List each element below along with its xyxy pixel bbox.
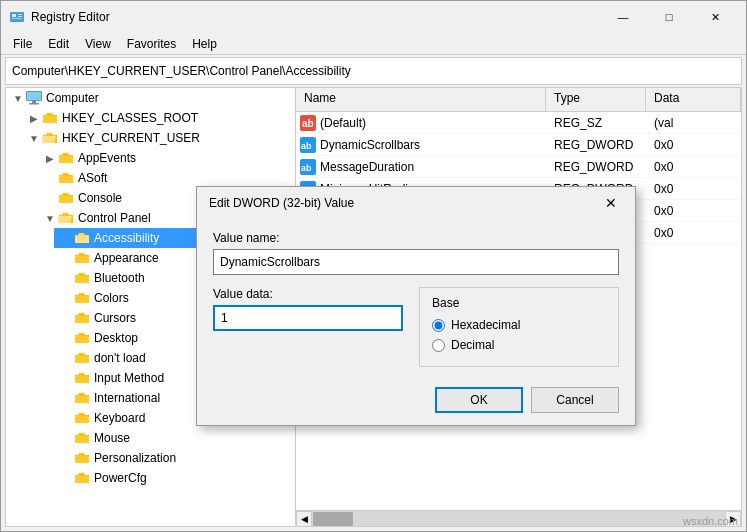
svg-text:ab: ab (302, 118, 314, 129)
folder-icon-bluetooth (74, 271, 90, 285)
tree-label-appearance: Appearance (94, 251, 159, 265)
tree-item-personalization[interactable]: Personalization (54, 448, 295, 468)
tree-label-asoft: ASoft (78, 171, 107, 185)
dialog-close-button[interactable]: ✕ (599, 191, 623, 215)
folder-icon-accessibility (74, 231, 90, 245)
expand-appevents[interactable]: ▶ (42, 153, 58, 164)
tree-label-accessibility: Accessibility (94, 231, 159, 245)
folder-icon-hkcr (42, 111, 58, 125)
tree-label-hkcr: HKEY_CLASSES_ROOT (62, 111, 198, 125)
tree-item-hkcu[interactable]: ▼ HKEY_CURRENT_USER (22, 128, 295, 148)
tree-label-dontload: don't load (94, 351, 146, 365)
value-name-label: Value name: (213, 231, 619, 245)
tree-item-hkcr[interactable]: ▶ HKEY_CLASSES_ROOT (22, 108, 295, 128)
svg-rect-8 (29, 103, 39, 105)
menu-view[interactable]: View (77, 35, 119, 53)
svg-text:ab: ab (301, 163, 312, 173)
tree-label-powercfg: PowerCfg (94, 471, 147, 485)
tree-item-powercfg[interactable]: PowerCfg (54, 468, 295, 488)
expand-hkcr[interactable]: ▶ (26, 113, 42, 124)
menu-edit[interactable]: Edit (40, 35, 77, 53)
folder-icon-console (58, 191, 74, 205)
type-dynamic: REG_DWORD (546, 136, 646, 154)
tree-item-mouse[interactable]: Mouse (54, 428, 295, 448)
reg-icon-sz-default: ab (300, 115, 316, 131)
col-data[interactable]: Data (646, 88, 741, 111)
scroll-track-h[interactable] (312, 511, 725, 526)
decimal-radio[interactable] (432, 339, 445, 352)
menu-favorites[interactable]: Favorites (119, 35, 184, 53)
minimize-button[interactable]: — (600, 1, 646, 33)
tree-label-appevents: AppEvents (78, 151, 136, 165)
dialog-data-row: Value data: Base Hexadecimal Decimal (213, 287, 619, 367)
type-msg: REG_DWORD (546, 158, 646, 176)
close-button[interactable]: ✕ (692, 1, 738, 33)
folder-icon-mouse (74, 431, 90, 445)
tree-label-mouse: Mouse (94, 431, 130, 445)
data-min: 0x0 (646, 180, 741, 198)
reg-icon-dword-dynamic: ab (300, 137, 316, 153)
svg-rect-2 (18, 14, 22, 15)
tree-label-hkcu: HKEY_CURRENT_USER (62, 131, 200, 145)
data-default: (val (646, 114, 741, 132)
address-text: Computer\HKEY_CURRENT_USER\Control Panel… (12, 64, 351, 78)
bottom-scrollbar[interactable]: ◀ ▶ (296, 510, 741, 526)
folder-icon-personalization (74, 451, 90, 465)
name-dynamicscrollbars: DynamicScrollbars (320, 138, 420, 152)
watermark: wsxdn.com (683, 515, 738, 527)
name-messageduration: MessageDuration (320, 160, 414, 174)
maximize-button[interactable]: □ (646, 1, 692, 33)
value-data-label: Value data: (213, 287, 403, 301)
scroll-thumb-h[interactable] (313, 512, 353, 526)
data-msg: 0x0 (646, 158, 741, 176)
list-row-messageduration[interactable]: ab MessageDuration REG_DWORD 0x0 (296, 156, 741, 178)
tree-item-computer[interactable]: ▼ Computer (6, 88, 295, 108)
edit-dword-dialog: Edit DWORD (32-bit) Value ✕ Value name: … (196, 186, 636, 426)
tree-label-console: Console (78, 191, 122, 205)
tree-item-asoft[interactable]: ASoft (38, 168, 295, 188)
title-bar-buttons: — □ ✕ (600, 1, 738, 33)
folder-icon-powercfg (74, 471, 90, 485)
list-row-default[interactable]: ab (Default) REG_SZ (val (296, 112, 741, 134)
name-default: (Default) (320, 116, 366, 130)
value-name-input[interactable] (213, 249, 619, 275)
decimal-label[interactable]: Decimal (451, 338, 494, 352)
folder-icon-keyboard (74, 411, 90, 425)
decimal-row: Decimal (432, 338, 606, 352)
col-type[interactable]: Type (546, 88, 646, 111)
address-bar[interactable]: Computer\HKEY_CURRENT_USER\Control Panel… (5, 57, 742, 85)
tree-item-appevents[interactable]: ▶ AppEvents (38, 148, 295, 168)
svg-rect-1 (12, 14, 16, 17)
base-label: Base (432, 296, 606, 310)
list-row-dynamicscrollbars[interactable]: ab DynamicScrollbars REG_DWORD 0x0 (296, 134, 741, 156)
svg-rect-7 (32, 101, 36, 103)
cell-name-default: ab (Default) (296, 113, 546, 133)
tree-label-computer: Computer (46, 91, 99, 105)
data-dynamic: 0x0 (646, 136, 741, 154)
value-data-input[interactable] (213, 305, 403, 331)
cell-name-dynamicscrollbars: ab DynamicScrollbars (296, 135, 546, 155)
cancel-button[interactable]: Cancel (531, 387, 619, 413)
expand-controlpanel[interactable]: ▼ (42, 213, 58, 224)
col-name[interactable]: Name (296, 88, 546, 111)
cell-name-messageduration: ab MessageDuration (296, 157, 546, 177)
expand-computer[interactable]: ▼ (10, 93, 26, 104)
computer-icon (26, 91, 42, 105)
hexadecimal-radio[interactable] (432, 319, 445, 332)
scroll-left-btn[interactable]: ◀ (296, 511, 312, 526)
svg-text:ab: ab (301, 141, 312, 151)
svg-rect-6 (27, 92, 41, 100)
dialog-title-text: Edit DWORD (32-bit) Value (209, 196, 599, 210)
ok-button[interactable]: OK (435, 387, 523, 413)
folder-icon-dontload (74, 351, 90, 365)
folder-icon-hkcu (42, 131, 58, 145)
folder-icon-inputmethod (74, 371, 90, 385)
folder-icon-cursors (74, 311, 90, 325)
value-data-section: Value data: (213, 287, 403, 367)
dialog-buttons: OK Cancel (213, 383, 619, 413)
hexadecimal-label[interactable]: Hexadecimal (451, 318, 520, 332)
expand-hkcu[interactable]: ▼ (26, 133, 42, 144)
main-window: Registry Editor — □ ✕ File Edit View Fav… (0, 0, 747, 532)
menu-help[interactable]: Help (184, 35, 225, 53)
menu-file[interactable]: File (5, 35, 40, 53)
